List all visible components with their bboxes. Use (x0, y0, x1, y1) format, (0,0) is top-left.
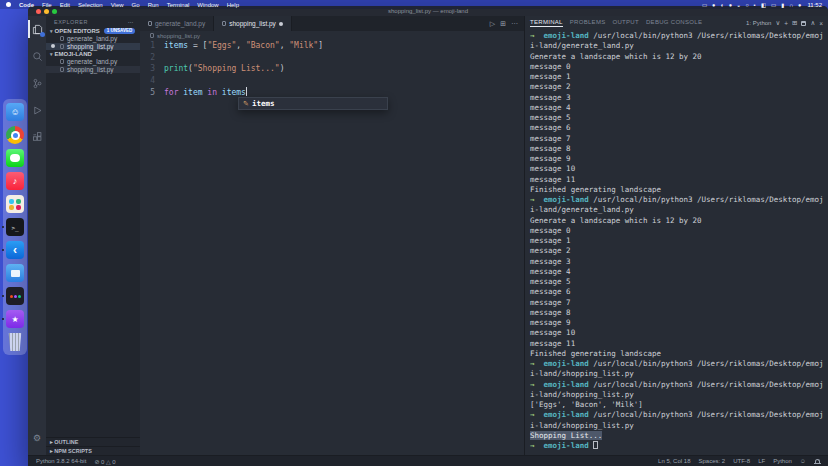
terminal-text: i-land/generate_land.py (530, 205, 634, 214)
suggestion-label[interactable]: items (252, 99, 275, 108)
terminal-text: /usr/local/bin/python3 /Users/riklomas/D… (593, 195, 823, 204)
dock-chrome-icon[interactable] (6, 126, 24, 144)
panel-tab-terminal[interactable]: TERMINAL (530, 19, 563, 27)
status-dot-icon[interactable]: ● (712, 2, 715, 8)
breadcrumb-file[interactable]: shopping_list.py (157, 33, 200, 39)
split-terminal-icon[interactable]: ⊞ (792, 19, 797, 27)
notifications-bell-icon[interactable] (815, 459, 820, 463)
feedback-smiley-icon[interactable]: ☺ (800, 458, 806, 464)
activity-search-icon[interactable] (28, 47, 46, 65)
status-square-icon[interactable]: ▪ (754, 2, 756, 8)
terminal-line: message 0 (530, 62, 826, 72)
terminal-line: message 8 (530, 144, 826, 154)
explorer-more-actions-icon[interactable]: ⋯ (128, 19, 134, 25)
editor-tab[interactable]: generate_land.py (140, 16, 214, 31)
explorer-section-header[interactable]: ▾EMOJI-LAND (46, 50, 140, 58)
dock-music-icon[interactable]: ♪ (6, 172, 24, 190)
close-panel-icon[interactable]: × (819, 20, 823, 27)
siri-icon[interactable]: ● (798, 2, 801, 8)
terminal-line: Finished generating landscape (530, 185, 826, 195)
dock-terminal-icon[interactable]: >_ (6, 218, 24, 236)
sidebar-bottom-sections: ▸ OUTLINE▸ NPM SCRIPTS (46, 437, 140, 455)
activity-explorer-icon[interactable] (28, 20, 46, 38)
sidebar-section-npm-scripts[interactable]: ▸ NPM SCRIPTS (46, 446, 140, 455)
file-row[interactable]: generate_land.py (46, 35, 140, 43)
terminal-text: Finished generating landscape (530, 349, 661, 358)
status-dot-icon[interactable]: ● (729, 2, 732, 8)
menu-item-help[interactable]: Help (227, 2, 239, 8)
terminal-output[interactable]: → emoji-land /usr/local/bin/python3 /Use… (530, 31, 826, 455)
kill-terminal-icon[interactable] (801, 21, 806, 26)
terminal-line: message 1 (530, 72, 826, 82)
code-token: ] (318, 41, 323, 50)
status-item[interactable]: UTF-8 (733, 458, 750, 464)
python-version-item[interactable]: Python 3.8.2 64-bit (36, 458, 86, 464)
file-row[interactable]: shopping_list.py (46, 43, 140, 51)
status-half-icon[interactable]: ◐ (720, 2, 723, 8)
sidebar-section-outline[interactable]: ▸ OUTLINE (46, 437, 140, 446)
dock-imovie-icon[interactable]: ★ (6, 310, 24, 328)
terminal-shell-select[interactable]: 1: Python (746, 20, 771, 26)
status-item[interactable]: Spaces: 2 (698, 458, 725, 464)
more-actions-icon[interactable]: ⋯ (511, 20, 518, 28)
chevron-down-icon[interactable]: ∨ (775, 19, 780, 27)
apple-logo-icon[interactable] (6, 2, 11, 7)
menu-item-edit[interactable]: Edit (60, 2, 70, 8)
terminal-text: message 4 (530, 103, 571, 112)
menu-item-file[interactable]: File (42, 2, 52, 8)
menu-item-go[interactable]: Go (132, 2, 140, 8)
code-token: item (183, 88, 207, 97)
keyboard-icon[interactable]: ▭ (771, 2, 776, 8)
wifi-icon[interactable]: ∩ (789, 2, 793, 8)
panel-tab-debug-console[interactable]: DEBUG CONSOLE (646, 19, 702, 27)
screen-mirroring-icon[interactable]: ▭ (702, 2, 707, 8)
breadcrumb[interactable]: shopping_list.py (140, 31, 524, 40)
panel-tab-output[interactable]: OUTPUT (613, 19, 639, 27)
status-item[interactable]: Ln 5, Col 18 (658, 458, 690, 464)
code-token: for (164, 88, 183, 97)
close-window-button[interactable] (36, 9, 41, 14)
control-center-icon[interactable]: ◧ (761, 2, 766, 8)
menu-item-window[interactable]: Window (197, 2, 218, 8)
battery-icon[interactable]: ▮ (781, 2, 784, 8)
line-number: 5 (140, 87, 164, 99)
status-half-icon[interactable]: ◒ (737, 2, 740, 8)
intellisense-suggest-widget[interactable]: ✎ items (238, 97, 388, 110)
terminal-text: i-land/shopping_list.py (530, 390, 634, 399)
menu-item-code[interactable]: Code (19, 2, 34, 8)
status-item[interactable]: LF (758, 458, 765, 464)
dock-trash-icon[interactable] (6, 333, 24, 351)
menu-item-terminal[interactable]: Terminal (167, 2, 190, 8)
problems-item[interactable]: ⊘ 0 △ 0 (94, 458, 115, 465)
dock-vscode-icon[interactable]: ‹ (6, 241, 24, 259)
dock-messages-icon[interactable] (6, 149, 24, 167)
run-button[interactable]: ▷ (490, 20, 495, 28)
zoom-window-button[interactable] (52, 9, 57, 14)
menu-item-view[interactable]: View (111, 2, 124, 8)
file-row[interactable]: generate_land.py (46, 58, 140, 66)
menu-item-run[interactable]: Run (148, 2, 159, 8)
activity-run-debug-icon[interactable] (28, 101, 46, 119)
status-item[interactable]: Python (773, 458, 792, 464)
dock-finder-icon[interactable]: ☺ (6, 103, 24, 121)
panel-tab-problems[interactable]: PROBLEMS (570, 19, 606, 27)
new-terminal-icon[interactable]: + (784, 20, 788, 27)
dock-blue-app-icon[interactable] (6, 264, 24, 282)
file-row[interactable]: shopping_list.py (46, 66, 140, 74)
activity-source-control-icon[interactable] (28, 74, 46, 92)
explorer-section-header[interactable]: ▾OPEN EDITORS1 UNSAVED (46, 27, 140, 35)
dock-figma-icon[interactable] (6, 287, 24, 305)
editor-tab[interactable]: shopping_list.py (214, 16, 292, 31)
minimize-window-button[interactable] (44, 9, 49, 14)
split-editor-icon[interactable]: ⊞ (500, 20, 506, 28)
explorer-sidebar: EXPLORER ⋯ ▾OPEN EDITORS1 UNSAVEDgenerat… (46, 16, 140, 455)
terminal-text: message 6 (530, 123, 571, 132)
dock-slack-icon[interactable] (6, 195, 24, 213)
menubar-clock[interactable]: 11:52 (807, 2, 822, 8)
settings-gear-icon[interactable]: ⚙ (33, 433, 41, 443)
terminal-text: message 8 (530, 308, 571, 317)
spotlight-icon[interactable]: ○ (745, 2, 748, 8)
activity-extensions-icon[interactable] (28, 128, 46, 146)
menu-item-selection[interactable]: Selection (78, 2, 103, 8)
maximize-panel-icon[interactable]: ∧ (810, 19, 815, 27)
